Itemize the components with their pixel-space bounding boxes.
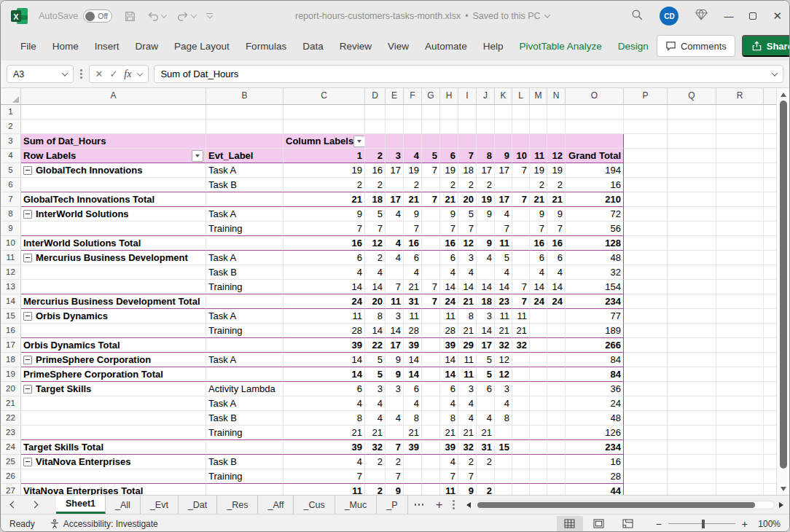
more-sheets-button[interactable]: [415, 504, 424, 506]
cell-E20[interactable]: 3: [386, 382, 404, 396]
sheet-tab-aff[interactable]: _Aff: [258, 496, 294, 514]
cell-F26[interactable]: [404, 469, 422, 484]
cell-M26[interactable]: [530, 469, 547, 484]
cell-O21[interactable]: 24: [566, 396, 624, 411]
cell-R9[interactable]: [716, 222, 764, 236]
cell-J24[interactable]: 31: [477, 440, 495, 455]
cell-J3[interactable]: [477, 134, 495, 149]
row-header-24[interactable]: 24: [1, 440, 21, 455]
cell-L17[interactable]: 32: [512, 338, 530, 353]
cell-R23[interactable]: [716, 426, 764, 440]
cell-C13[interactable]: 14: [283, 280, 365, 294]
cell-P10[interactable]: [624, 236, 668, 251]
cell-G26[interactable]: [422, 469, 440, 484]
cell-I2[interactable]: [458, 120, 477, 134]
cell-N19[interactable]: [547, 367, 566, 382]
cell-F22[interactable]: 8: [404, 411, 422, 426]
cell-M20[interactable]: [530, 382, 547, 396]
row-header-4[interactable]: 4: [1, 149, 21, 163]
cell-R4[interactable]: [716, 149, 764, 163]
cell-P13[interactable]: [624, 280, 668, 294]
cell-B11[interactable]: Task A: [206, 251, 283, 265]
cell-K16[interactable]: 21: [495, 324, 512, 338]
cell-I12[interactable]: 4: [458, 265, 477, 280]
cell-G22[interactable]: [422, 411, 440, 426]
cell-I7[interactable]: 20: [458, 192, 477, 207]
cell-H2[interactable]: [440, 120, 458, 134]
cell-N16[interactable]: [547, 324, 566, 338]
cell-I10[interactable]: 12: [458, 236, 477, 251]
cell-A14[interactable]: Mercurius Business Development Total: [21, 294, 206, 309]
zoom-out-button[interactable]: −: [656, 518, 662, 530]
cell-F13[interactable]: 21: [404, 280, 422, 294]
scroll-down-icon[interactable]: [781, 487, 786, 491]
cell-I24[interactable]: 32: [458, 440, 477, 455]
zoom-slider[interactable]: [668, 523, 735, 525]
cell-M6[interactable]: 2: [530, 178, 547, 192]
cell-R26[interactable]: [716, 469, 764, 484]
cell-N21[interactable]: [547, 396, 566, 411]
cell-E14[interactable]: 11: [386, 294, 404, 309]
cell-E27[interactable]: 9: [386, 484, 404, 495]
cell-H13[interactable]: 14: [440, 280, 458, 294]
cell-N1[interactable]: [547, 105, 566, 120]
cell-Q11[interactable]: [668, 251, 716, 265]
cell-C12[interactable]: 4: [283, 265, 365, 280]
row-header-7[interactable]: 7: [1, 192, 21, 207]
sheet-nav-left-icon[interactable]: [10, 501, 17, 509]
cell-P20[interactable]: [624, 382, 668, 396]
cell-L6[interactable]: [512, 178, 530, 192]
cell-B15[interactable]: Task A: [206, 309, 283, 324]
cell-G20[interactable]: [422, 382, 440, 396]
cell-D17[interactable]: 22: [365, 338, 386, 353]
cell-A12[interactable]: [21, 265, 206, 280]
cell-P23[interactable]: [624, 426, 668, 440]
cell-R5[interactable]: [716, 163, 764, 178]
cell-A1[interactable]: [21, 105, 206, 120]
menu-item-file[interactable]: File: [20, 41, 36, 52]
cell-J8[interactable]: 9: [477, 207, 495, 222]
cell-L19[interactable]: [512, 367, 530, 382]
cell-N9[interactable]: 7: [547, 222, 566, 236]
cell-A10[interactable]: InterWorld Solutions Total: [21, 236, 206, 251]
cell-E13[interactable]: 7: [386, 280, 404, 294]
cell-K13[interactable]: 14: [495, 280, 512, 294]
cell-J14[interactable]: 18: [477, 294, 495, 309]
menu-item-pivottable-analyze[interactable]: PivotTable Analyze: [520, 41, 602, 52]
cell-H7[interactable]: 21: [440, 192, 458, 207]
cell-L3[interactable]: [512, 134, 530, 149]
cell-E11[interactable]: 4: [386, 251, 404, 265]
cell-D3[interactable]: [365, 134, 386, 149]
cell-I15[interactable]: 8: [458, 309, 477, 324]
cell-F24[interactable]: 39: [404, 440, 422, 455]
cell-G6[interactable]: [422, 178, 440, 192]
cell-L9[interactable]: [512, 222, 530, 236]
redo-button[interactable]: [176, 10, 196, 22]
cell-N22[interactable]: [547, 411, 566, 426]
cell-A25[interactable]: VitaNova Enterprises: [21, 455, 206, 469]
cell-E9[interactable]: [386, 222, 404, 236]
cell-K4[interactable]: 9: [495, 149, 512, 163]
cell-A5[interactable]: GlobalTech Innovations: [21, 163, 206, 178]
cell-O10[interactable]: 128: [566, 236, 624, 251]
cell-B26[interactable]: Training: [206, 469, 283, 484]
cell-C20[interactable]: 6: [283, 382, 365, 396]
cell-Q21[interactable]: [668, 396, 716, 411]
cell-B25[interactable]: Task B: [206, 455, 283, 469]
row-header-3[interactable]: 3: [1, 134, 21, 149]
cell-L13[interactable]: 7: [512, 280, 530, 294]
cell-H10[interactable]: 16: [440, 236, 458, 251]
minimize-button[interactable]: —: [724, 11, 733, 22]
cell-M2[interactable]: [530, 120, 547, 134]
cell-P4[interactable]: [624, 149, 668, 163]
cell-D4[interactable]: 2: [365, 149, 386, 163]
row-header-20[interactable]: 20: [1, 382, 21, 396]
cell-K27[interactable]: [495, 484, 512, 495]
cell-F21[interactable]: 4: [404, 396, 422, 411]
cell-R1[interactable]: [716, 105, 764, 120]
cell-M27[interactable]: [530, 484, 547, 495]
cell-J26[interactable]: [477, 469, 495, 484]
cell-G8[interactable]: [422, 207, 440, 222]
horizontal-scrollbar-track[interactable]: [475, 501, 775, 509]
cell-P9[interactable]: [624, 222, 668, 236]
